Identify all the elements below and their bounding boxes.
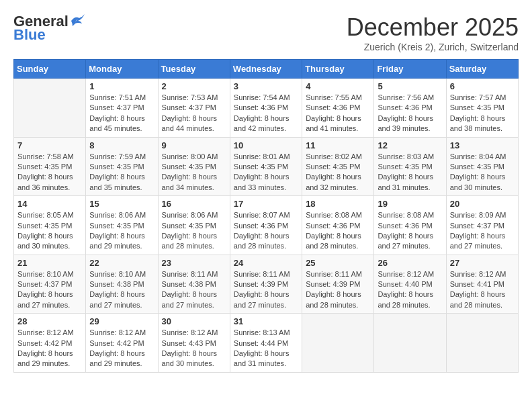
day-number: 11 [306,140,370,150]
calendar-week-row: 14Sunrise: 8:05 AM Sunset: 4:35 PM Dayli… [14,196,519,255]
calendar-cell: 26Sunrise: 8:12 AM Sunset: 4:40 PM Dayli… [374,255,446,314]
calendar-cell [374,314,446,373]
day-info: Sunrise: 7:58 AM Sunset: 4:35 PM Dayligh… [17,152,82,193]
calendar-table: SundayMondayTuesdayWednesdayThursdayFrid… [13,59,519,373]
day-number: 31 [234,316,298,326]
day-info: Sunrise: 8:11 AM Sunset: 4:39 PM Dayligh… [234,269,298,311]
day-info: Sunrise: 8:13 AM Sunset: 4:44 PM Dayligh… [234,328,298,369]
day-number: 22 [89,258,154,268]
day-info: Sunrise: 8:06 AM Sunset: 4:35 PM Dayligh… [162,210,226,252]
calendar-header: SundayMondayTuesdayWednesdayThursdayFrid… [14,60,519,79]
calendar-cell: 20Sunrise: 8:09 AM Sunset: 4:37 PM Dayli… [446,196,518,255]
day-number: 15 [89,199,154,209]
day-number: 30 [162,316,226,326]
weekday-header-saturday: Saturday [446,60,518,79]
day-info: Sunrise: 8:00 AM Sunset: 4:35 PM Dayligh… [162,152,226,193]
day-info: Sunrise: 8:04 AM Sunset: 4:35 PM Dayligh… [450,152,515,193]
weekday-header-wednesday: Wednesday [230,60,302,79]
calendar-cell: 15Sunrise: 8:06 AM Sunset: 4:35 PM Dayli… [86,196,158,255]
day-number: 17 [234,199,298,209]
day-info: Sunrise: 8:11 AM Sunset: 4:39 PM Dayligh… [306,269,370,311]
day-number: 24 [234,258,298,268]
day-info: Sunrise: 8:12 AM Sunset: 4:42 PM Dayligh… [17,328,82,369]
day-info: Sunrise: 7:51 AM Sunset: 4:37 PM Dayligh… [89,93,154,134]
calendar-cell: 3Sunrise: 7:54 AM Sunset: 4:36 PM Daylig… [230,79,302,138]
day-number: 21 [17,258,82,268]
day-info: Sunrise: 8:01 AM Sunset: 4:35 PM Dayligh… [234,152,298,193]
day-number: 18 [306,199,370,209]
day-info: Sunrise: 8:08 AM Sunset: 4:36 PM Dayligh… [306,210,370,252]
day-number: 3 [234,81,298,91]
calendar-cell: 16Sunrise: 8:06 AM Sunset: 4:35 PM Dayli… [158,196,230,255]
weekday-header-friday: Friday [374,60,446,79]
calendar-cell: 5Sunrise: 7:56 AM Sunset: 4:36 PM Daylig… [374,79,446,138]
weekday-header-monday: Monday [86,60,158,79]
day-info: Sunrise: 7:54 AM Sunset: 4:36 PM Dayligh… [234,93,298,134]
day-number: 2 [162,81,226,91]
calendar-cell [14,79,86,138]
weekday-header-sunday: Sunday [14,60,86,79]
calendar-cell: 17Sunrise: 8:07 AM Sunset: 4:36 PM Dayli… [230,196,302,255]
calendar-cell: 1Sunrise: 7:51 AM Sunset: 4:37 PM Daylig… [86,79,158,138]
day-info: Sunrise: 7:59 AM Sunset: 4:35 PM Dayligh… [89,152,154,193]
day-number: 10 [234,140,298,150]
calendar-cell: 8Sunrise: 7:59 AM Sunset: 4:35 PM Daylig… [86,137,158,196]
day-info: Sunrise: 7:56 AM Sunset: 4:36 PM Dayligh… [378,93,442,134]
calendar-cell [446,314,518,373]
day-info: Sunrise: 8:09 AM Sunset: 4:37 PM Dayligh… [450,210,515,252]
day-info: Sunrise: 8:05 AM Sunset: 4:35 PM Dayligh… [17,210,82,252]
page-header: General Blue December 2025 Zuerich (Krei… [13,13,519,52]
calendar-cell: 31Sunrise: 8:13 AM Sunset: 4:44 PM Dayli… [230,314,302,373]
weekday-header-tuesday: Tuesday [158,60,230,79]
day-number: 16 [162,199,226,209]
calendar-cell: 19Sunrise: 8:08 AM Sunset: 4:36 PM Dayli… [374,196,446,255]
calendar-week-row: 28Sunrise: 8:12 AM Sunset: 4:42 PM Dayli… [14,314,519,373]
weekday-header-row: SundayMondayTuesdayWednesdayThursdayFrid… [14,60,519,79]
day-info: Sunrise: 8:12 AM Sunset: 4:42 PM Dayligh… [89,328,154,369]
calendar-cell: 4Sunrise: 7:55 AM Sunset: 4:36 PM Daylig… [302,79,374,138]
calendar-cell: 27Sunrise: 8:12 AM Sunset: 4:41 PM Dayli… [446,255,518,314]
day-number: 14 [17,199,82,209]
day-info: Sunrise: 8:03 AM Sunset: 4:35 PM Dayligh… [378,152,442,193]
calendar-cell: 10Sunrise: 8:01 AM Sunset: 4:35 PM Dayli… [230,137,302,196]
day-info: Sunrise: 7:55 AM Sunset: 4:36 PM Dayligh… [306,93,370,134]
day-number: 20 [450,199,515,209]
day-info: Sunrise: 8:12 AM Sunset: 4:41 PM Dayligh… [450,269,515,311]
day-number: 25 [306,258,370,268]
calendar-cell: 9Sunrise: 8:00 AM Sunset: 4:35 PM Daylig… [158,137,230,196]
day-info: Sunrise: 8:10 AM Sunset: 4:37 PM Dayligh… [17,269,82,311]
day-number: 6 [450,81,515,91]
day-info: Sunrise: 7:53 AM Sunset: 4:37 PM Dayligh… [162,93,226,134]
day-number: 1 [89,81,154,91]
day-number: 23 [162,258,226,268]
day-number: 28 [17,316,82,326]
logo-blue: Blue [13,27,46,43]
calendar-cell: 25Sunrise: 8:11 AM Sunset: 4:39 PM Dayli… [302,255,374,314]
calendar-cell: 13Sunrise: 8:04 AM Sunset: 4:35 PM Dayli… [446,137,518,196]
day-info: Sunrise: 8:12 AM Sunset: 4:40 PM Dayligh… [378,269,442,311]
day-info: Sunrise: 7:57 AM Sunset: 4:35 PM Dayligh… [450,93,515,134]
day-info: Sunrise: 8:06 AM Sunset: 4:35 PM Dayligh… [89,210,154,252]
day-info: Sunrise: 8:07 AM Sunset: 4:36 PM Dayligh… [234,210,298,252]
calendar-cell: 22Sunrise: 8:10 AM Sunset: 4:38 PM Dayli… [86,255,158,314]
calendar-cell: 7Sunrise: 7:58 AM Sunset: 4:35 PM Daylig… [14,137,86,196]
calendar-body: 1Sunrise: 7:51 AM Sunset: 4:37 PM Daylig… [14,79,519,373]
day-number: 9 [162,140,226,150]
day-info: Sunrise: 8:11 AM Sunset: 4:38 PM Dayligh… [162,269,226,311]
title-block: December 2025 Zuerich (Kreis 2), Zurich,… [347,13,519,52]
calendar-cell: 24Sunrise: 8:11 AM Sunset: 4:39 PM Dayli… [230,255,302,314]
calendar-cell: 21Sunrise: 8:10 AM Sunset: 4:37 PM Dayli… [14,255,86,314]
logo: General Blue [13,13,85,43]
location: Zuerich (Kreis 2), Zurich, Switzerland [347,42,519,52]
day-number: 7 [17,140,82,150]
day-number: 27 [450,258,515,268]
day-number: 5 [378,81,442,91]
day-number: 12 [378,140,442,150]
calendar-cell: 2Sunrise: 7:53 AM Sunset: 4:37 PM Daylig… [158,79,230,138]
logo-bird-icon [70,14,85,26]
day-number: 29 [89,316,154,326]
day-number: 13 [450,140,515,150]
calendar-cell [302,314,374,373]
month-title: December 2025 [347,13,519,42]
calendar-cell: 12Sunrise: 8:03 AM Sunset: 4:35 PM Dayli… [374,137,446,196]
